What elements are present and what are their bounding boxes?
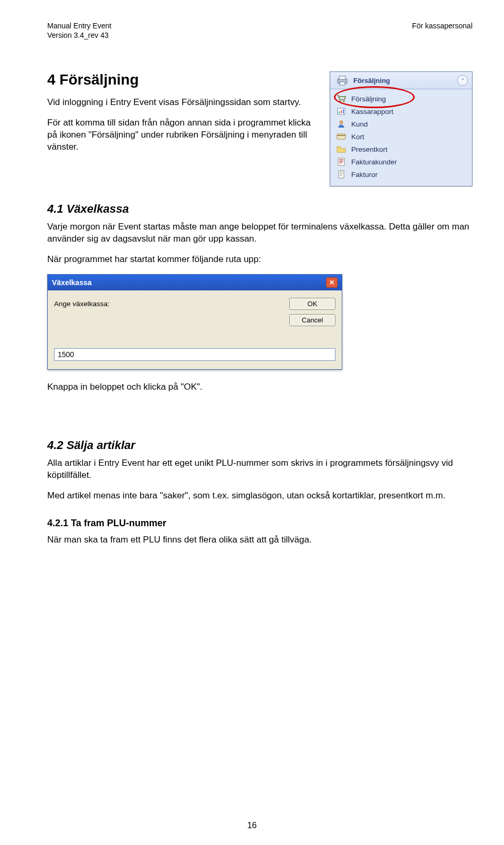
invoice-icon [335, 157, 347, 166]
paragraph-41c: Knappa in beloppet och klicka på "OK". [47, 381, 472, 393]
cancel-button[interactable]: Cancel [289, 314, 335, 326]
header-right: För kassapersonal [412, 21, 472, 30]
sidebar-item-fakturor[interactable]: Fakturor [332, 168, 470, 181]
chevron-up-icon[interactable]: ˄ [457, 75, 468, 86]
header-left-2: Version 3.4_rev 43 [47, 30, 111, 40]
svg-rect-8 [343, 109, 344, 113]
folder-icon [335, 144, 347, 154]
sidebar-item-kund[interactable]: Kund [332, 118, 470, 130]
cart-icon [335, 94, 347, 103]
sidebar-item-label: Kund [351, 120, 467, 128]
close-icon[interactable]: ✕ [326, 277, 338, 288]
paragraph-421: När man ska ta fram ett PLU finns det fl… [47, 534, 472, 546]
svg-point-9 [340, 121, 343, 124]
sidebar-item-label: Fakturakunder [351, 158, 467, 166]
person-icon [335, 119, 347, 129]
intro-paragraph-1: Vid inloggning i Entry Event visas Försä… [47, 97, 317, 109]
svg-rect-11 [337, 135, 345, 136]
sidebar-item-label: Kort [351, 133, 467, 141]
sidebar-screenshot: Försäljning ˄ Försäljning Kassara [330, 71, 472, 186]
svg-rect-6 [339, 111, 340, 113]
sidebar-header[interactable]: Försäljning ˄ [330, 72, 472, 89]
dialog-title-text: Växelkassa [52, 278, 92, 287]
sidebar-item-forsaljning[interactable]: Försäljning [332, 92, 470, 105]
paragraph-42a: Alla artiklar i Entry Event har ett eget… [47, 457, 472, 482]
svg-rect-2 [340, 82, 345, 85]
svg-rect-10 [337, 134, 345, 139]
svg-point-3 [340, 101, 341, 102]
sidebar-item-label: Fakturor [351, 171, 467, 179]
sidebar-item-presentkort[interactable]: Presentkort [332, 143, 470, 155]
dialog-titlebar[interactable]: Växelkassa ✕ [48, 275, 342, 290]
heading-4-2: 4.2 Sälja artiklar [47, 439, 472, 452]
svg-rect-7 [341, 110, 342, 113]
svg-rect-13 [339, 171, 344, 178]
sidebar-title: Försäljning [353, 77, 457, 85]
sidebar-item-kassarapport[interactable]: Kassarapport [332, 105, 470, 118]
sidebar-item-label: Försäljning [351, 95, 467, 103]
page-number: 16 [247, 821, 257, 830]
dialog-label: Ange växelkassa: [54, 298, 282, 308]
page-icon [335, 170, 347, 179]
report-icon [335, 107, 347, 116]
paragraph-42b: Med artikel menas inte bara "saker", som… [47, 490, 472, 502]
paragraph-41a: Varje morgon när Event startas måste man… [47, 221, 472, 245]
vaxelkassa-input[interactable] [54, 348, 335, 361]
heading-4-1: 4.1 Växelkassa [47, 202, 472, 216]
heading-4: 4 Försäljning [47, 71, 317, 88]
intro-paragraph-2: För att komma till sidan från någon anna… [47, 117, 317, 153]
svg-point-4 [343, 101, 345, 102]
paragraph-41b: När programmet har startat kommer följan… [47, 254, 472, 266]
vaxelkassa-dialog: Växelkassa ✕ Ange växelkassa: OK Cancel [47, 274, 342, 370]
sidebar-item-label: Presentkort [351, 145, 467, 153]
page-header: Manual Entry Event Version 3.4_rev 43 Fö… [47, 21, 472, 40]
printer-icon [334, 74, 350, 87]
sidebar-item-kort[interactable]: Kort [332, 130, 470, 143]
svg-rect-12 [338, 158, 344, 165]
sidebar-item-label: Kassarapport [351, 108, 467, 116]
svg-rect-1 [339, 76, 345, 79]
card-icon [335, 132, 347, 141]
header-left-1: Manual Entry Event [47, 21, 111, 30]
ok-button[interactable]: OK [289, 298, 335, 310]
heading-4-2-1: 4.2.1 Ta fram PLU-nummer [47, 518, 472, 529]
sidebar-item-fakturakunder[interactable]: Fakturakunder [332, 155, 470, 168]
